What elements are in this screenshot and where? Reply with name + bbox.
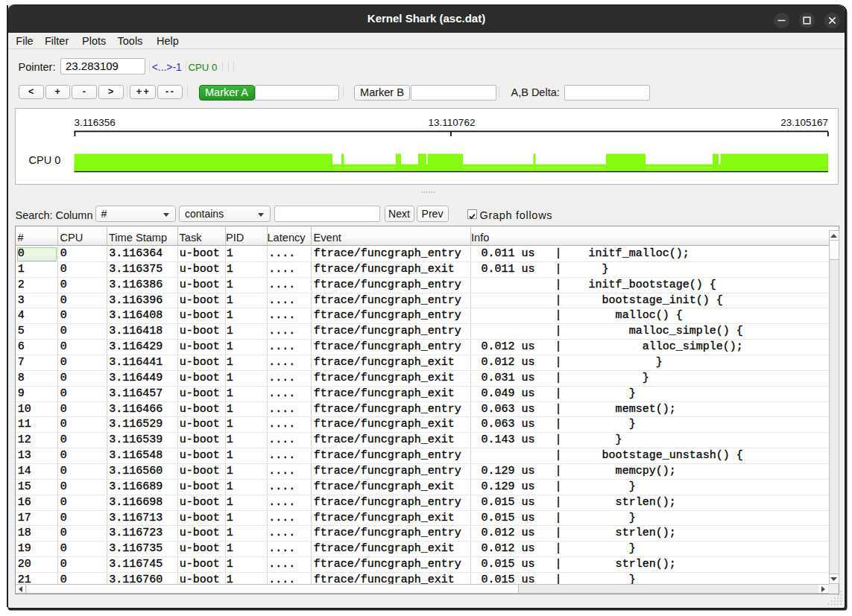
svg-text:3.116356: 3.116356	[75, 117, 116, 128]
svg-text:CPU 0: CPU 0	[29, 154, 61, 166]
svg-text:13.110762: 13.110762	[429, 117, 476, 128]
svg-text:23.105167: 23.105167	[780, 117, 828, 128]
